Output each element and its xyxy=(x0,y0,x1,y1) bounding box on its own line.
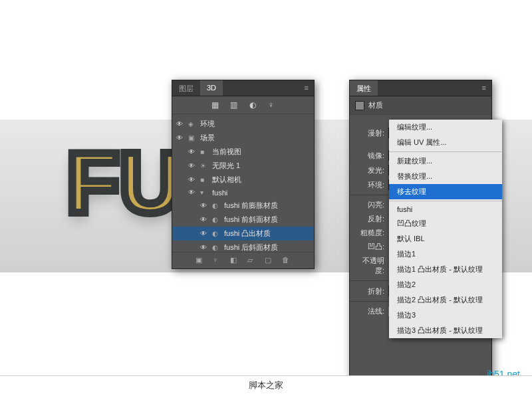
trash-icon[interactable]: 🗑 xyxy=(282,256,291,265)
tree-row-label: fushi 前膨胀材质 xyxy=(224,201,310,211)
tree-row-label: 当前视图 xyxy=(212,147,310,157)
3d-text-preview: FU xyxy=(66,133,182,233)
material-subheader-label: 材质 xyxy=(368,100,383,110)
menu-item[interactable]: 描边2 xyxy=(389,277,502,292)
render-icon[interactable]: ▣ xyxy=(196,256,205,265)
panel-tabbar: 图层 3D ≡ xyxy=(172,80,314,96)
footer-label: 脚本之家 xyxy=(0,375,532,394)
3d-bottom-toolbar: ▣ ♀ ◧ ▱ ▢ 🗑 xyxy=(172,252,314,268)
tree-row[interactable]: 👁▣场景 xyxy=(172,131,314,145)
material-type-icon xyxy=(355,101,364,110)
menu-item[interactable]: fushi xyxy=(389,203,502,216)
plane-icon[interactable]: ▱ xyxy=(247,256,257,265)
tree-row[interactable]: 👁◈环境 xyxy=(172,117,314,131)
menu-item[interactable]: 凹凸纹理 xyxy=(389,216,502,231)
label-refraction: 折射: xyxy=(355,286,384,296)
item-type-icon: ☀ xyxy=(200,162,208,170)
menu-item[interactable]: 描边1 凸出材质 - 默认纹理 xyxy=(389,262,502,277)
filter-material-icon[interactable]: ◐ xyxy=(248,100,257,110)
menu-item[interactable]: 默认 IBL xyxy=(389,231,502,246)
tree-row-label: 场景 xyxy=(200,133,310,143)
add-icon[interactable]: ▢ xyxy=(265,256,274,265)
tree-row-label: fushi xyxy=(212,189,310,197)
visibility-eye-icon[interactable]: 👁 xyxy=(188,176,196,184)
tree-row-label: 无限光 1 xyxy=(212,161,310,171)
tree-row-label: fushi 凸出材质 xyxy=(224,229,310,239)
label-diffuse: 漫射: xyxy=(355,128,384,138)
3d-tree: 👁◈环境👁▣场景👁■当前视图👁☀无限光 1👁■默认相机👁▾fushi👁◐fush… xyxy=(172,114,314,260)
menu-item[interactable]: 描边2 凸出材质 - 默认纹理 xyxy=(389,292,502,308)
label-normal: 法线: xyxy=(355,306,384,316)
3d-filter-toolbar: ▦ ▥ ◐ ♀ xyxy=(172,96,314,114)
panel-menu-icon[interactable]: ≡ xyxy=(477,80,491,96)
menu-item[interactable]: 描边3 凸出材质 - 默认纹理 xyxy=(389,323,502,338)
tree-row-label: fushi 后斜面材质 xyxy=(224,243,310,252)
tree-row[interactable]: 👁◐fushi 凸出材质 xyxy=(172,227,314,241)
texture-context-menu: 编辑纹理...编辑 UV 属性...新建纹理...替换纹理...移去纹理fush… xyxy=(389,120,502,338)
tab-3d[interactable]: 3D xyxy=(200,80,223,96)
label-specular: 镜像: xyxy=(355,151,384,161)
visibility-eye-icon[interactable]: 👁 xyxy=(176,134,184,142)
menu-item[interactable]: 移去纹理 xyxy=(389,184,502,199)
visibility-eye-icon[interactable]: 👁 xyxy=(188,162,196,170)
item-type-icon: ▣ xyxy=(188,134,196,142)
tree-row-label: fushi 前斜面材质 xyxy=(224,215,310,225)
item-type-icon: ◐ xyxy=(212,230,220,238)
label-reflection: 反射: xyxy=(355,214,384,224)
label-roughness: 粗糙度: xyxy=(355,228,384,238)
visibility-eye-icon[interactable]: 👁 xyxy=(200,244,208,252)
visibility-eye-icon[interactable]: 👁 xyxy=(200,216,208,224)
menu-item[interactable]: 描边1 xyxy=(389,246,502,262)
label-opacity: 不透明度: xyxy=(355,256,384,276)
menu-item[interactable]: 编辑 UV 属性... xyxy=(389,135,502,150)
visibility-eye-icon[interactable]: 👁 xyxy=(176,120,184,128)
item-type-icon: ◐ xyxy=(212,216,220,224)
item-type-icon: ◐ xyxy=(212,244,220,252)
visibility-eye-icon[interactable]: 👁 xyxy=(200,230,208,238)
tree-row-label: 默认相机 xyxy=(212,175,310,185)
item-type-icon: ◈ xyxy=(188,120,196,128)
menu-item[interactable]: 新建纹理... xyxy=(389,153,502,169)
visibility-eye-icon[interactable]: 👁 xyxy=(188,189,196,197)
label-bump: 凹凸: xyxy=(355,242,384,252)
filter-scene-icon[interactable]: ▦ xyxy=(211,100,220,110)
tree-row[interactable]: 👁■当前视图 xyxy=(172,145,314,159)
tree-row-label: 环境 xyxy=(200,119,310,129)
label-shine: 闪亮: xyxy=(355,200,384,210)
label-ambient: 环境: xyxy=(355,180,384,190)
filter-light-icon[interactable]: ♀ xyxy=(267,100,276,110)
light-icon[interactable]: ♀ xyxy=(213,256,222,265)
tab-layers[interactable]: 图层 xyxy=(172,80,200,96)
item-type-icon: ▾ xyxy=(200,189,208,197)
panel-menu-icon[interactable]: ≡ xyxy=(299,80,314,96)
material-subheader: 材质 xyxy=(350,96,491,115)
menu-item[interactable]: 替换纹理... xyxy=(389,169,502,184)
visibility-eye-icon[interactable]: 👁 xyxy=(200,202,208,210)
menu-item[interactable]: 编辑纹理... xyxy=(389,120,502,135)
3d-panel: 图层 3D ≡ ▦ ▥ ◐ ♀ 👁◈环境👁▣场景👁■当前视图👁☀无限光 1👁■默… xyxy=(172,80,315,269)
item-type-icon: ■ xyxy=(200,148,208,156)
filter-mesh-icon[interactable]: ▥ xyxy=(229,100,239,110)
new-icon[interactable]: ◧ xyxy=(230,256,239,265)
tree-row[interactable]: 👁▾fushi xyxy=(172,187,314,199)
menu-item[interactable]: 描边3 xyxy=(389,308,502,323)
tab-properties[interactable]: 属性 xyxy=(350,80,378,96)
label-illumination: 发光: xyxy=(355,165,384,175)
tree-row[interactable]: 👁☀无限光 1 xyxy=(172,159,314,173)
tree-row[interactable]: 👁◐fushi 前斜面材质 xyxy=(172,213,314,227)
item-type-icon: ◐ xyxy=(212,202,220,210)
visibility-eye-icon[interactable]: 👁 xyxy=(188,148,196,156)
tree-row[interactable]: 👁◐fushi 前膨胀材质 xyxy=(172,199,314,213)
tree-row[interactable]: 👁■默认相机 xyxy=(172,173,314,187)
item-type-icon: ■ xyxy=(200,176,208,184)
